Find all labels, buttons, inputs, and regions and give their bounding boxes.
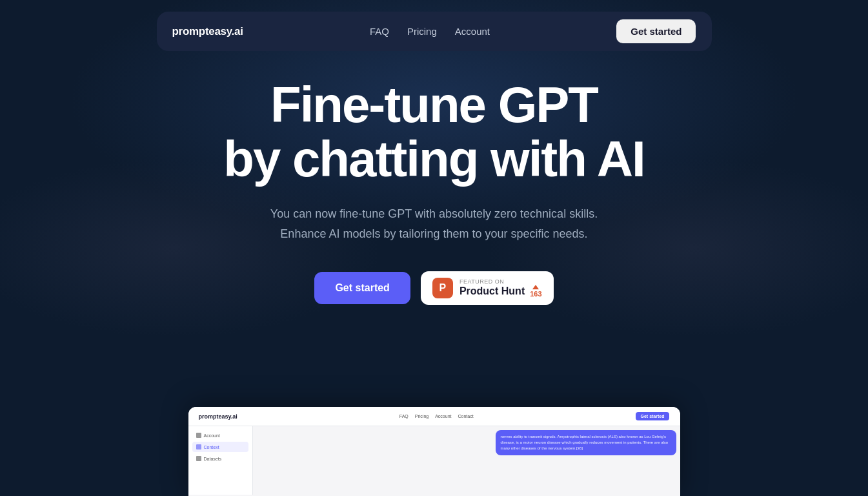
hero-subtitle: You can now fine-tune GPT with absolutel…	[270, 204, 598, 243]
nav-links: FAQ Pricing Account	[370, 26, 490, 37]
preview-nav-links: FAQ Pricing Account Contact	[399, 414, 474, 418]
preview-sidebar-account-label: Account	[204, 433, 220, 438]
vote-count: 163	[530, 290, 541, 298]
preview-main-content: nerves ability to transmit signals. Amyo…	[253, 426, 680, 495]
hero-subtitle-line1: You can now fine-tune GPT with absolutel…	[270, 204, 598, 224]
nav-faq[interactable]: FAQ	[370, 26, 389, 37]
preview-sidebar-context: Context	[192, 442, 248, 452]
preview-body: Account Context Datasets nerves ability …	[188, 426, 680, 495]
nav-pricing[interactable]: Pricing	[407, 26, 437, 37]
hero-section: Fine-tune GPT by chatting with AI You ca…	[0, 78, 868, 305]
account-icon	[196, 433, 201, 438]
preview-nav-pricing: Pricing	[415, 414, 429, 418]
preview-sidebar-context-label: Context	[204, 445, 219, 450]
preview-navbar: prompteasy.ai FAQ Pricing Account Contac…	[188, 407, 680, 426]
hero-subtitle-line2: Enhance AI models by tailoring them to y…	[270, 224, 598, 244]
hero-actions: Get started P FEATURED ON Product Hunt 1…	[314, 271, 553, 305]
hero-get-started-button[interactable]: Get started	[314, 272, 410, 304]
datasets-icon	[196, 456, 201, 461]
brand-logo: prompteasy.ai	[172, 25, 243, 38]
hero-title-line1: Fine-tune GPT	[270, 76, 598, 133]
preview-nav-faq: FAQ	[399, 414, 409, 418]
navbar: prompteasy.ai FAQ Pricing Account Get st…	[157, 12, 712, 51]
context-icon	[196, 444, 201, 450]
product-hunt-badge[interactable]: P FEATURED ON Product Hunt 163	[421, 271, 554, 305]
app-preview: prompteasy.ai FAQ Pricing Account Contac…	[188, 407, 680, 496]
preview-sidebar-datasets: Datasets	[192, 453, 248, 464]
product-hunt-featured-label: FEATURED ON	[459, 278, 504, 285]
preview-chat-bubble: nerves ability to transmit signals. Amyo…	[496, 430, 676, 455]
preview-sidebar-datasets-label: Datasets	[204, 457, 222, 461]
product-hunt-logo: P	[432, 278, 453, 298]
product-hunt-info: FEATURED ON Product Hunt 163	[459, 278, 542, 298]
product-hunt-votes: 163	[530, 285, 541, 298]
preview-brand: prompteasy.ai	[199, 413, 237, 420]
preview-nav-account: Account	[435, 414, 451, 418]
preview-nav-contact: Contact	[458, 414, 473, 418]
preview-sidebar: Account Context Datasets	[188, 426, 253, 495]
hero-title-line2: by chatting with AI	[223, 130, 644, 187]
navbar-get-started-button[interactable]: Get started	[616, 19, 696, 43]
preview-cta-button: Get started	[636, 412, 670, 420]
product-hunt-name: Product Hunt	[459, 285, 525, 297]
product-hunt-name-row: Product Hunt 163	[459, 285, 542, 298]
hero-title: Fine-tune GPT by chatting with AI	[223, 78, 644, 186]
upvote-triangle-icon	[532, 285, 539, 289]
preview-sidebar-account: Account	[192, 430, 248, 440]
nav-account[interactable]: Account	[455, 26, 490, 37]
